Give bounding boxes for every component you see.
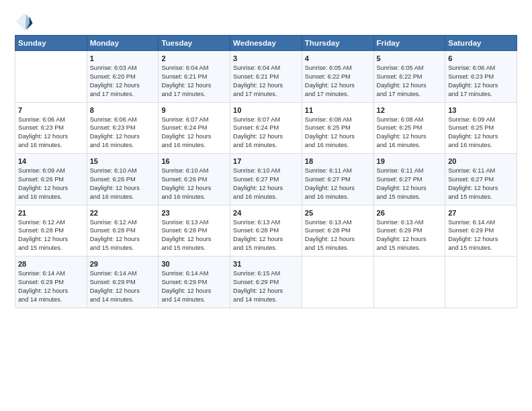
day-detail: Sunrise: 6:15 AM Sunset: 6:29 PM Dayligh… [233,269,299,304]
header-tuesday: Tuesday [159,36,230,51]
day-number: 26 [377,209,443,217]
day-cell: 9Sunrise: 6:07 AM Sunset: 6:24 PM Daylig… [159,102,230,154]
day-number: 4 [305,54,371,62]
day-detail: Sunrise: 6:05 AM Sunset: 6:22 PM Dayligh… [377,64,443,99]
header-saturday: Saturday [445,36,517,51]
day-cell: 22Sunrise: 6:12 AM Sunset: 6:28 PM Dayli… [87,205,159,257]
day-detail: Sunrise: 6:06 AM Sunset: 6:23 PM Dayligh… [18,116,84,150]
day-number: 6 [448,54,514,62]
day-number: 15 [90,157,156,165]
header-friday: Friday [373,36,445,51]
day-detail: Sunrise: 6:03 AM Sunset: 6:20 PM Dayligh… [90,64,156,99]
day-cell: 26Sunrise: 6:13 AM Sunset: 6:29 PM Dayli… [373,205,445,257]
day-cell: 16Sunrise: 6:10 AM Sunset: 6:26 PM Dayli… [159,154,230,205]
logo-icon [15,12,34,31]
day-cell [373,257,445,308]
day-cell [445,257,517,308]
day-cell: 25Sunrise: 6:13 AM Sunset: 6:28 PM Dayli… [302,205,373,257]
week-row-1: 1Sunrise: 6:03 AM Sunset: 6:20 PM Daylig… [15,51,517,103]
day-detail: Sunrise: 6:06 AM Sunset: 6:23 PM Dayligh… [448,64,514,99]
header-row: SundayMondayTuesdayWednesdayThursdayFrid… [15,36,517,51]
logo [15,12,36,31]
day-number: 5 [377,54,443,62]
day-detail: Sunrise: 6:12 AM Sunset: 6:28 PM Dayligh… [18,218,84,253]
calendar-table: SundayMondayTuesdayWednesdayThursdayFrid… [15,35,517,308]
day-cell: 14Sunrise: 6:09 AM Sunset: 6:26 PM Dayli… [15,154,87,205]
day-detail: Sunrise: 6:04 AM Sunset: 6:21 PM Dayligh… [161,64,227,99]
day-detail: Sunrise: 6:10 AM Sunset: 6:26 PM Dayligh… [90,167,156,201]
day-number: 27 [448,209,514,217]
day-number: 12 [377,106,443,114]
day-number: 23 [161,209,227,217]
day-cell: 2Sunrise: 6:04 AM Sunset: 6:21 PM Daylig… [159,51,230,103]
header-monday: Monday [87,36,159,51]
day-number: 9 [161,106,227,114]
day-detail: Sunrise: 6:10 AM Sunset: 6:27 PM Dayligh… [233,167,299,201]
day-detail: Sunrise: 6:11 AM Sunset: 6:27 PM Dayligh… [377,167,443,201]
header [15,12,517,31]
day-cell: 7Sunrise: 6:06 AM Sunset: 6:23 PM Daylig… [15,102,87,154]
day-number: 28 [18,260,84,268]
day-cell: 15Sunrise: 6:10 AM Sunset: 6:26 PM Dayli… [87,154,159,205]
week-row-3: 14Sunrise: 6:09 AM Sunset: 6:26 PM Dayli… [15,154,517,205]
day-cell: 1Sunrise: 6:03 AM Sunset: 6:20 PM Daylig… [87,51,159,103]
day-cell: 30Sunrise: 6:14 AM Sunset: 6:29 PM Dayli… [159,257,230,308]
day-cell: 5Sunrise: 6:05 AM Sunset: 6:22 PM Daylig… [373,51,445,103]
page: SundayMondayTuesdayWednesdayThursdayFrid… [0,0,532,411]
day-cell: 8Sunrise: 6:06 AM Sunset: 6:23 PM Daylig… [87,102,159,154]
day-cell: 24Sunrise: 6:13 AM Sunset: 6:28 PM Dayli… [230,205,302,257]
day-cell: 28Sunrise: 6:14 AM Sunset: 6:29 PM Dayli… [15,257,87,308]
day-detail: Sunrise: 6:11 AM Sunset: 6:27 PM Dayligh… [448,167,514,201]
day-number: 7 [18,106,84,114]
day-detail: Sunrise: 6:13 AM Sunset: 6:28 PM Dayligh… [305,218,371,253]
day-detail: Sunrise: 6:13 AM Sunset: 6:28 PM Dayligh… [161,218,227,253]
day-detail: Sunrise: 6:05 AM Sunset: 6:22 PM Dayligh… [305,64,371,99]
day-cell: 21Sunrise: 6:12 AM Sunset: 6:28 PM Dayli… [15,205,87,257]
day-cell: 29Sunrise: 6:14 AM Sunset: 6:29 PM Dayli… [87,257,159,308]
header-wednesday: Wednesday [230,36,302,51]
day-cell: 19Sunrise: 6:11 AM Sunset: 6:27 PM Dayli… [373,154,445,205]
day-cell: 23Sunrise: 6:13 AM Sunset: 6:28 PM Dayli… [159,205,230,257]
day-detail: Sunrise: 6:08 AM Sunset: 6:25 PM Dayligh… [377,116,443,150]
day-detail: Sunrise: 6:14 AM Sunset: 6:29 PM Dayligh… [90,269,156,304]
day-detail: Sunrise: 6:10 AM Sunset: 6:26 PM Dayligh… [161,167,227,201]
day-number: 3 [233,54,299,62]
week-row-5: 28Sunrise: 6:14 AM Sunset: 6:29 PM Dayli… [15,257,517,308]
day-detail: Sunrise: 6:12 AM Sunset: 6:28 PM Dayligh… [90,218,156,253]
day-cell: 27Sunrise: 6:14 AM Sunset: 6:29 PM Dayli… [445,205,517,257]
day-cell: 17Sunrise: 6:10 AM Sunset: 6:27 PM Dayli… [230,154,302,205]
day-detail: Sunrise: 6:14 AM Sunset: 6:29 PM Dayligh… [18,269,84,304]
day-cell [302,257,373,308]
day-number: 19 [377,157,443,165]
header-sunday: Sunday [15,36,87,51]
day-number: 21 [18,209,84,217]
day-number: 14 [18,157,84,165]
day-detail: Sunrise: 6:13 AM Sunset: 6:28 PM Dayligh… [233,218,299,253]
day-cell: 18Sunrise: 6:11 AM Sunset: 6:27 PM Dayli… [302,154,373,205]
week-row-4: 21Sunrise: 6:12 AM Sunset: 6:28 PM Dayli… [15,205,517,257]
day-number: 20 [448,157,514,165]
day-number: 8 [90,106,156,114]
day-number: 10 [233,106,299,114]
day-number: 24 [233,209,299,217]
day-detail: Sunrise: 6:14 AM Sunset: 6:29 PM Dayligh… [161,269,227,304]
day-cell: 11Sunrise: 6:08 AM Sunset: 6:25 PM Dayli… [302,102,373,154]
day-cell: 13Sunrise: 6:09 AM Sunset: 6:25 PM Dayli… [445,102,517,154]
week-row-2: 7Sunrise: 6:06 AM Sunset: 6:23 PM Daylig… [15,102,517,154]
day-cell: 3Sunrise: 6:04 AM Sunset: 6:21 PM Daylig… [230,51,302,103]
day-detail: Sunrise: 6:09 AM Sunset: 6:25 PM Dayligh… [448,116,514,150]
day-number: 13 [448,106,514,114]
day-number: 16 [161,157,227,165]
day-number: 22 [90,209,156,217]
day-cell [15,51,87,103]
day-number: 17 [233,157,299,165]
day-cell: 10Sunrise: 6:07 AM Sunset: 6:24 PM Dayli… [230,102,302,154]
day-detail: Sunrise: 6:08 AM Sunset: 6:25 PM Dayligh… [305,116,371,150]
day-detail: Sunrise: 6:07 AM Sunset: 6:24 PM Dayligh… [161,116,227,150]
day-number: 2 [161,54,227,62]
day-detail: Sunrise: 6:13 AM Sunset: 6:29 PM Dayligh… [377,218,443,253]
day-number: 1 [90,54,156,62]
day-detail: Sunrise: 6:06 AM Sunset: 6:23 PM Dayligh… [90,116,156,150]
day-cell: 31Sunrise: 6:15 AM Sunset: 6:29 PM Dayli… [230,257,302,308]
day-detail: Sunrise: 6:09 AM Sunset: 6:26 PM Dayligh… [18,167,84,201]
